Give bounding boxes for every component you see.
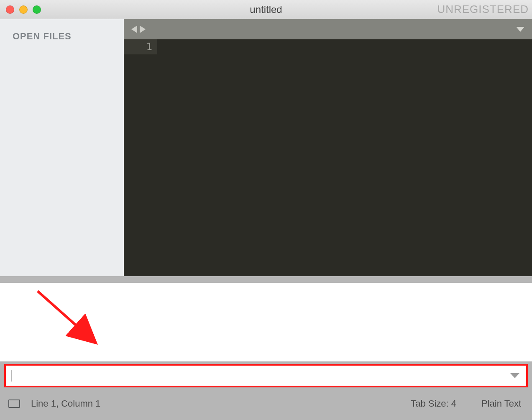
tab-overflow-dropdown-icon[interactable] xyxy=(516,27,524,32)
input-caret-icon xyxy=(11,370,12,382)
close-window-button[interactable] xyxy=(6,5,14,14)
tab-bar xyxy=(124,19,532,39)
main-content: OPEN FILES 1 xyxy=(0,19,532,276)
console-panel[interactable] xyxy=(0,283,532,361)
editor-gutter: 1 xyxy=(124,39,157,276)
editor-minimap[interactable] xyxy=(516,39,532,276)
separator-strip-1 xyxy=(0,276,532,283)
tab-prev-icon[interactable] xyxy=(131,26,137,33)
panel-toggle-icon[interactable] xyxy=(8,400,20,408)
editor-body[interactable]: 1 xyxy=(124,39,532,276)
console-input-section xyxy=(0,361,532,391)
minimize-window-button[interactable] xyxy=(19,5,28,14)
status-position[interactable]: Line 1, Column 1 xyxy=(31,398,411,409)
status-tab-size[interactable]: Tab Size: 4 xyxy=(411,398,456,409)
annotation-arrow-icon xyxy=(34,289,101,349)
maximize-window-button[interactable] xyxy=(33,5,41,14)
sidebar: OPEN FILES xyxy=(0,19,124,276)
sidebar-open-files-header: OPEN FILES xyxy=(0,19,124,42)
editor-text-area[interactable] xyxy=(157,39,516,276)
console-input[interactable] xyxy=(14,368,506,383)
tab-next-icon[interactable] xyxy=(140,26,146,33)
status-language[interactable]: Plain Text xyxy=(481,398,521,409)
console-history-dropdown-icon[interactable] xyxy=(510,373,519,378)
titlebar: untitled UNREGISTERED xyxy=(0,0,532,19)
status-bar: Line 1, Column 1 Tab Size: 4 Plain Text xyxy=(0,391,532,420)
window-controls xyxy=(6,5,41,14)
svg-line-0 xyxy=(38,291,87,335)
gutter-line-number: 1 xyxy=(124,39,157,54)
console-input-row[interactable] xyxy=(4,364,528,387)
tab-nav xyxy=(131,26,146,33)
editor-column: 1 xyxy=(124,19,532,276)
registration-label: UNREGISTERED xyxy=(437,3,529,16)
